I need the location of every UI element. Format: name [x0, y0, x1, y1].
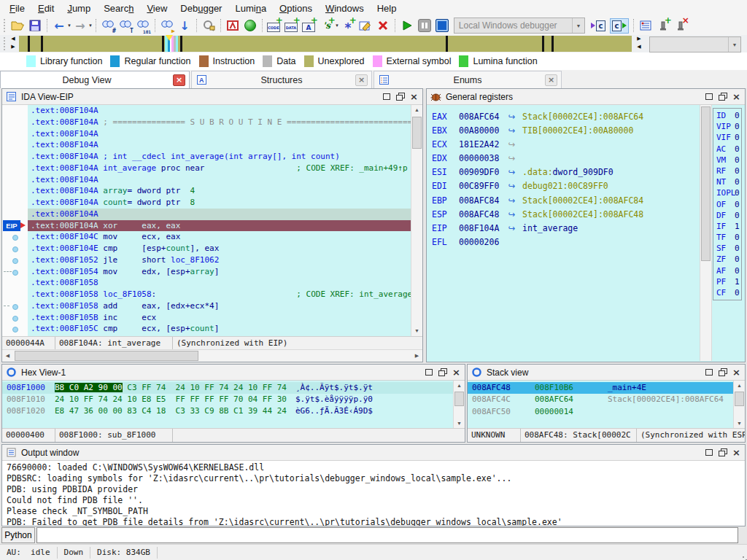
float-icon[interactable]	[716, 91, 729, 102]
debugger-selector[interactable]: Local Windows debugger ▼	[454, 18, 585, 34]
scrollbar-thumb[interactable]	[412, 117, 422, 149]
menu-file[interactable]: File	[3, 1, 31, 15]
scrollbar-thumb[interactable]	[15, 351, 198, 361]
disassembly-line[interactable]: .text:008F1058 loc_8F1058: ; CODE XREF: …	[28, 289, 411, 300]
gutter-dot-icon[interactable]	[12, 304, 18, 310]
start-process-icon[interactable]	[399, 18, 415, 34]
menu-jump[interactable]: Jump	[61, 1, 97, 15]
maximize-icon[interactable]	[422, 367, 435, 378]
float-icon[interactable]	[716, 447, 729, 458]
register-row[interactable]: EDX00000038↪	[427, 152, 745, 166]
menu-options[interactable]: Options	[273, 1, 319, 15]
close-icon[interactable]: ×	[730, 447, 743, 458]
follow-arrow-icon[interactable]: ↪	[508, 125, 515, 136]
tab-close-icon[interactable]: ×	[545, 74, 557, 86]
flag-row[interactable]: PF1	[716, 276, 741, 287]
maximize-icon[interactable]	[703, 447, 715, 458]
ida-view-titlebar[interactable]: IDA View-EIP ×	[2, 89, 422, 105]
flag-row[interactable]: ZF0	[716, 254, 741, 265]
register-row[interactable]: EDI00C89FF0↪debug021:00C89FF0	[427, 179, 745, 193]
open-file-icon[interactable]	[9, 18, 26, 34]
delete-breakpoint-icon[interactable]: ×	[673, 18, 689, 34]
disassembly-line[interactable]: .text:008F104A ; int __cdecl int_average…	[28, 151, 411, 163]
chevron-down-icon[interactable]: ▼	[572, 18, 584, 33]
gutter-dot-icon[interactable]	[12, 270, 18, 276]
close-icon[interactable]: ×	[450, 367, 462, 378]
output-lines[interactable]: 76690000: loaded C:\WINDOWS\SysWOW64\KER…	[2, 461, 745, 526]
lumina-status-icon[interactable]	[242, 18, 258, 34]
flag-row[interactable]: OF0	[716, 199, 741, 210]
gutter-dot-icon[interactable]	[12, 258, 18, 264]
follow-arrow-icon[interactable]: ↪	[508, 153, 515, 163]
chevron-down-icon[interactable]: ▼	[728, 37, 740, 52]
navband-next-icon[interactable]: ▶	[635, 35, 643, 42]
search-binary-icon[interactable]: 101	[135, 18, 151, 34]
hex-view-titlebar[interactable]: Hex View-1 ×	[2, 365, 465, 381]
disassembly-line[interactable]: .text:008F105B inc ecx	[28, 312, 411, 324]
create-string-icon[interactable]: 's+	[319, 18, 335, 34]
undefine-icon[interactable]	[375, 18, 391, 34]
search-next-icon[interactable]: ▶	[159, 18, 175, 34]
hex-scrollbar[interactable]: ▲ ▼	[453, 381, 465, 429]
register-row[interactable]: EIP008F104A↪int_average	[427, 222, 745, 236]
stack-rows[interactable]: 008AFC48008F10B6_main+4E008AFC4C008AFC64…	[468, 381, 734, 429]
flag-row[interactable]: CF0	[716, 287, 741, 298]
flag-row[interactable]: AF0	[716, 265, 741, 276]
create-name-icon[interactable]: A+	[301, 18, 317, 34]
float-icon[interactable]	[436, 367, 449, 378]
register-row[interactable]: EAX008AFC64↪Stack[00002CE4]:008AFC64	[427, 110, 745, 124]
ida-horizontal-scrollbar[interactable]: ◀ ▶	[2, 349, 422, 362]
gutter-dot-icon[interactable]	[12, 316, 18, 322]
breakpoint-list-icon[interactable]	[638, 18, 654, 34]
gutter-dot-icon[interactable]	[12, 327, 18, 332]
registers-titlebar[interactable]: General registers ×	[427, 89, 745, 105]
flag-row[interactable]: NT0	[716, 176, 741, 187]
navband-prev-icon[interactable]: ◀	[635, 43, 643, 50]
scroll-up-icon[interactable]: ▲	[411, 105, 422, 115]
disassembly-line[interactable]: .text:008F104A	[28, 128, 411, 140]
navigate-back-dropdown-icon[interactable]: ▼	[67, 23, 71, 28]
navband-scroll-left-icon[interactable]: ◀	[9, 35, 18, 42]
navigate-back-icon[interactable]: ←	[51, 18, 67, 34]
flag-row[interactable]: IOPL0	[716, 187, 741, 198]
scroll-down-icon[interactable]: ▼	[411, 326, 422, 336]
python-input[interactable]	[36, 527, 738, 543]
disassembly-line[interactable]: .text:008F104A array= dword ptr 4	[28, 185, 411, 197]
disassembly-line[interactable]: .text:008F104A ; =============== S U B R…	[28, 117, 411, 128]
menu-search[interactable]: Search	[97, 1, 140, 15]
follow-arrow-icon[interactable]: ↪	[508, 181, 515, 191]
step-over-icon[interactable]: c	[609, 18, 630, 34]
register-row[interactable]: EBP008AFC84↪Stack[00002CE4]:008AFC84	[427, 194, 745, 208]
menu-help[interactable]: Help	[371, 1, 403, 15]
disassembly-line[interactable]: .text:008F1058 add eax, [edx+ecx*4]	[28, 300, 411, 312]
float-icon[interactable]	[394, 91, 406, 102]
register-row[interactable]: ESI00909DF0↪.data:dword_909DF0	[427, 166, 745, 179]
close-icon[interactable]: ×	[408, 91, 420, 102]
navband-range-selector[interactable]: ▼	[649, 36, 741, 52]
scroll-down-icon[interactable]: ▼	[734, 419, 745, 429]
stack-scrollbar[interactable]: ▲ ▼	[733, 381, 745, 429]
save-icon[interactable]	[27, 18, 43, 34]
navband-scroll-right-icon[interactable]: ▶	[9, 43, 18, 50]
flag-row[interactable]: RF0	[716, 166, 741, 176]
scroll-left-icon[interactable]: ◀	[2, 350, 13, 362]
create-code-icon[interactable]: CODE+	[266, 18, 282, 34]
registers-scrollbar[interactable]	[700, 105, 712, 361]
menu-windows[interactable]: Windows	[319, 1, 371, 15]
flag-row[interactable]: ID0	[716, 110, 741, 121]
resize-grip-icon[interactable]	[743, 556, 744, 558]
scrollbar-thumb[interactable]	[735, 392, 744, 406]
tab-enums[interactable]: Enums×	[374, 71, 562, 88]
disassembly-line[interactable]: .text:008F1058	[28, 277, 411, 289]
search-text-icon[interactable]: T	[117, 18, 133, 34]
stack-view-titlebar[interactable]: Stack view ×	[468, 365, 745, 381]
disassembly-line[interactable]: .text:008F104C mov ecx, eax	[28, 231, 411, 243]
hex-row[interactable]: 008F1000B8 C0 A2 90 00 C3 FF 74 24 10 FF…	[2, 382, 454, 394]
lock-search-icon[interactable]	[201, 18, 217, 34]
close-icon[interactable]: ×	[730, 367, 743, 378]
jump-down-icon[interactable]: ↓	[177, 18, 193, 34]
flag-row[interactable]: VM0	[716, 155, 741, 166]
scrollbar-thumb[interactable]	[701, 106, 711, 261]
flag-row[interactable]: IF1	[716, 221, 741, 232]
hex-row[interactable]: 008F1020E8 47 36 00 00 83 C4 18 C3 33 C9…	[2, 405, 454, 417]
